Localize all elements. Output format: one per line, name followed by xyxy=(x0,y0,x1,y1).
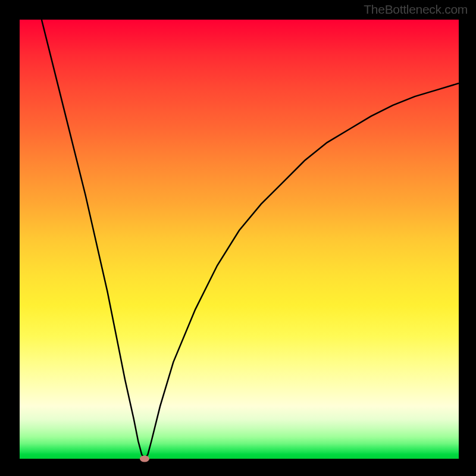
chart-plot-area xyxy=(20,20,459,459)
chart-curve xyxy=(20,20,459,459)
minimum-marker xyxy=(140,456,149,462)
watermark-text: TheBottleneck.com xyxy=(364,2,468,17)
